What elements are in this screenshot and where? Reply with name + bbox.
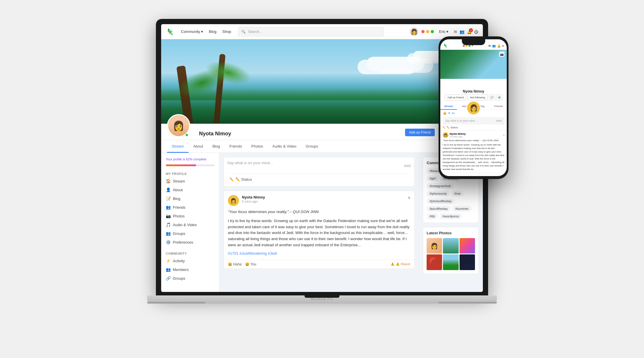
hashtag-tbt[interactable]: #tbt — [427, 213, 438, 219]
post-author-avatar: 👩 — [228, 195, 239, 206]
search-placeholder: Search... — [248, 30, 262, 34]
post-item-header: 👩 Nyota Nimoy 5 mins ago ▾ — [224, 191, 414, 209]
sidebar-item-members[interactable]: 👥 Members — [161, 265, 219, 274]
laptop-base — [147, 295, 497, 304]
photo-2[interactable] — [443, 238, 458, 254]
my-profile-section-title: My Profile — [161, 169, 219, 177]
tropical-background — [161, 39, 483, 124]
user-menu[interactable]: Eric ▾ — [437, 28, 451, 35]
phone-mail-icon[interactable]: ✉ — [488, 44, 491, 47]
phone-tab-friends[interactable]: Friends — [490, 103, 507, 110]
phone-profile-avatar: 👩 — [466, 101, 481, 115]
tab-about[interactable]: About — [189, 141, 208, 153]
tab-groups[interactable]: Groups — [301, 141, 323, 153]
hashtag-summer[interactable]: #summer — [452, 206, 471, 212]
phone-status-label: ✏️ Status — [446, 126, 458, 129]
photo-4[interactable] — [427, 254, 442, 270]
post-options-icon[interactable]: ▾ — [408, 195, 410, 201]
phone-like-count: 54 — [452, 112, 455, 115]
sidebar-item-activity[interactable]: ⚡ Activity — [161, 256, 219, 265]
sidebar-item-stream[interactable]: 🏠 Stream — [161, 177, 219, 185]
phone-post-quote-text: "Your focus determines your reality." – … — [443, 139, 499, 142]
tab-stream[interactable]: Stream — [167, 141, 189, 153]
status-label: ✏️ Status — [235, 177, 252, 182]
phone-post-placeholder: Say what is on your mind... — [445, 119, 477, 122]
search-bar[interactable]: 🔍 Search... — [238, 27, 384, 36]
sidebar-item-audio-video[interactable]: 🎵 Audio & Video — [161, 220, 219, 229]
gear-icon: ⚙️ — [166, 240, 170, 244]
phone-not-following-button[interactable]: Not following — [467, 95, 488, 100]
reaction-you[interactable]: 😄 You — [245, 262, 256, 266]
sidebar-label-preferences: Preferences — [173, 240, 193, 244]
hashtag-picoftheday[interactable]: #picoftheday — [427, 206, 451, 212]
phone-settings-button[interactable]: ⚙️ — [497, 95, 502, 100]
phone-bell-icon[interactable]: 🔔 — [497, 44, 501, 47]
sidebar-label-about: About — [173, 188, 183, 192]
phone-post-quote: "Your focus determines your reality." – … — [443, 139, 504, 142]
status-button[interactable]: ✏️ ✏️ Status — [227, 176, 254, 183]
add-friend-button[interactable]: Add as Friend — [405, 129, 435, 136]
photo-5[interactable] — [443, 254, 458, 270]
photo-face-image: 👩 — [427, 238, 442, 254]
phone-post-dropdown-icon[interactable]: ▾ — [503, 134, 504, 137]
sidebar-item-preferences[interactable]: ⚙️ Preferences — [161, 238, 219, 247]
traffic-light-red — [421, 30, 425, 33]
phone-screen: 🦎 ▾ ✉ 👥 🔔 ≡ — [440, 39, 507, 176]
sidebar-item-friends[interactable]: 👥 Friends — [161, 203, 219, 212]
post-text: I try to live by these words. Growing up… — [228, 218, 410, 248]
phone-avatar-image: 👩 — [470, 104, 478, 112]
profile-bottom-bar: 👩 Nyota Nimoy Add as Friend Not followin… — [161, 124, 483, 140]
profile-name: Nyota Nimoy — [199, 131, 231, 137]
phone-post-header: 👩 Nyota Nimoy 23 mins ago ▾ — [443, 132, 504, 138]
sidebar-item-blog[interactable]: 📝 Blog — [161, 194, 219, 203]
mail-icon[interactable]: ✉ — [454, 29, 457, 34]
scene: 🦎 Community ▾ Blog Shop — [136, 19, 508, 339]
phone-add-friend-button[interactable]: Add as Friend — [445, 95, 466, 100]
post-hashtags[interactable]: #1701 #JustWondering #Jedi — [228, 251, 410, 257]
hashtag-wordpress[interactable]: #wordpress — [439, 213, 462, 219]
phone-pencil-icon: ✏️ — [443, 126, 446, 129]
phone-cover-camera[interactable]: 📷 — [499, 52, 504, 57]
hashtag-instagramhub[interactable]: #instagramhub — [427, 183, 454, 189]
post-text-input[interactable]: Say what is on your mind... — [227, 161, 404, 171]
notification-bell[interactable]: 🔔 1 — [467, 29, 472, 34]
hashtag-me[interactable]: #me — [451, 191, 463, 196]
sidebar-item-photos[interactable]: 📷 Photos — [161, 212, 219, 220]
nav-item-blog[interactable]: Blog — [207, 28, 219, 35]
laptop-foot-right — [439, 302, 497, 304]
sidebar-label-photos: Photos — [173, 214, 184, 218]
nav-item-community[interactable]: Community ▾ — [179, 28, 205, 35]
post-body: "Your focus determines your reality." – … — [224, 209, 414, 260]
power-icon[interactable]: ⏻ — [474, 29, 478, 34]
chevron-down-icon: ▾ — [446, 29, 448, 34]
sidebar-item-about[interactable]: 👤 About — [161, 185, 219, 194]
hashtag-photooftheday[interactable]: #photooftheday — [427, 198, 455, 204]
tab-friends[interactable]: Friends — [225, 141, 247, 153]
report-button[interactable]: ⚠️ ⚠️ Report — [390, 262, 410, 266]
tab-photos[interactable]: Photos — [247, 141, 268, 153]
phone-post-char-count: 4000 — [496, 119, 502, 122]
nav-item-shop[interactable]: Shop — [220, 28, 233, 35]
people-icon[interactable]: 👥 — [460, 29, 464, 34]
phone-thumbs-up-icon[interactable]: 👍 — [443, 111, 447, 115]
phone-message-button[interactable]: 💬 — [489, 95, 495, 100]
tab-blog[interactable]: Blog — [208, 141, 225, 153]
photo-1[interactable]: 👩 — [427, 238, 442, 254]
progress-bar-fill — [166, 164, 196, 166]
sidebar-item-community-groups[interactable]: 🔗 Groups — [161, 274, 219, 283]
phone-menu-icon[interactable]: ≡ — [502, 44, 504, 47]
reaction-haha[interactable]: 😄 Haha — [228, 262, 242, 266]
phone-eye-icon: 👁 — [448, 112, 451, 115]
phone-post-compose[interactable]: Say what is on your mind... 4000 — [443, 117, 504, 124]
phone-people-icon[interactable]: 👥 — [492, 44, 496, 47]
app-topbar: 🦎 Community ▾ Blog Shop — [161, 24, 483, 39]
tab-audio-video[interactable]: Audio & Video — [268, 141, 301, 153]
sidebar-item-groups[interactable]: 👥 Groups — [161, 229, 219, 238]
photo-3[interactable] — [460, 238, 475, 254]
phone-tab-stream[interactable]: Stream — [440, 103, 457, 110]
phone-action-buttons: Add as Friend Not following 💬 ⚙️ — [443, 93, 504, 102]
photo-6[interactable] — [460, 254, 475, 270]
you-emoji: 😄 — [245, 262, 250, 266]
hashtag-iphoneonly[interactable]: #iphoneonly — [427, 191, 450, 196]
hashtag-girl[interactable]: #girl — [427, 176, 439, 181]
